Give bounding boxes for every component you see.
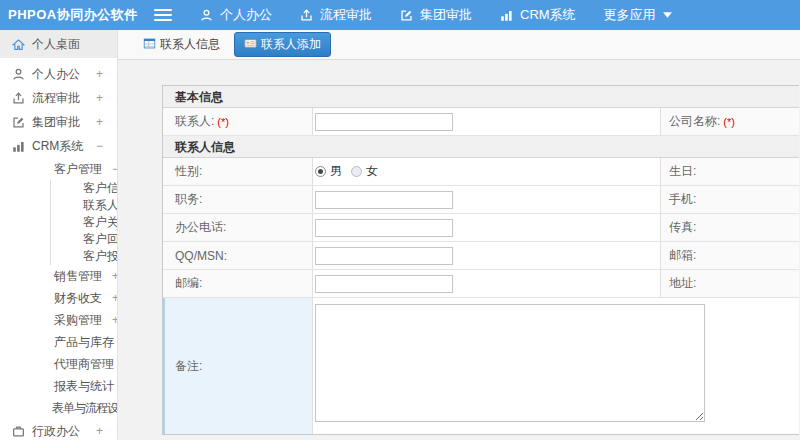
edit-icon: [12, 116, 25, 129]
tab-contact-info[interactable]: 联系人信息: [137, 33, 226, 56]
zip-code-input[interactable]: [315, 275, 453, 293]
form-row-zip: 邮编: 地址:: [163, 270, 799, 298]
radio-male[interactable]: [315, 166, 326, 177]
sidebar-item-label: 集团审批: [32, 114, 80, 131]
field-label: 性别:: [163, 158, 313, 185]
sidebar-item-admin-office[interactable]: 行政办公 +: [0, 419, 117, 440]
hamburger-menu-icon[interactable]: [154, 9, 172, 21]
sidebar-item-crm-system[interactable]: CRM系统 −: [0, 134, 117, 158]
sidebar-item-purchase-management[interactable]: 采购管理 +: [0, 309, 117, 331]
topmenu-label: 更多应用: [604, 6, 656, 24]
upload-icon: [300, 9, 313, 22]
remark-textarea[interactable]: [315, 304, 705, 422]
field-label: 手机:: [661, 186, 799, 213]
sidebar-item-process-approval[interactable]: 流程审批 +: [0, 86, 117, 110]
sidebar-item-agent-management[interactable]: 代理商管理 +: [0, 353, 117, 375]
field-cell: [313, 108, 661, 135]
field-label: 联系人: (*): [163, 108, 313, 135]
field-cell: 男 女: [313, 158, 661, 185]
form-row-qq-msn: QQ/MSN: 邮箱:: [163, 242, 799, 270]
section-header-contact-info: 联系人信息: [163, 136, 799, 158]
caret-down-icon: [663, 12, 672, 18]
form-row-remark: 备注:: [163, 298, 799, 434]
form-row-gender: 性别: 男 女 生日:: [163, 158, 799, 186]
field-label: QQ/MSN:: [163, 242, 313, 269]
position-input[interactable]: [315, 191, 453, 209]
sidebar-item-label: CRM系统: [32, 138, 83, 155]
sidebar-item-reports-statistics[interactable]: 报表与统计: [0, 375, 117, 397]
topmenu-label: 流程审批: [320, 6, 372, 24]
sidebar-item-label: 客户管理: [54, 161, 102, 178]
sidebar: 个人桌面 个人办公 + 流程审批 + 集团审批 + CRM系统 − 客户管理 −: [0, 30, 118, 440]
sidebar-item-group-approval[interactable]: 集团审批 +: [0, 110, 117, 134]
field-label: 职务:: [163, 186, 313, 213]
expand-toggle[interactable]: +: [96, 67, 105, 81]
topmenu-group-approval[interactable]: 集团审批: [400, 6, 472, 24]
radio-female-label: 女: [366, 163, 378, 180]
bar-chart-icon: [500, 9, 513, 22]
sidebar-item-personal-desktop[interactable]: 个人桌面: [0, 30, 117, 58]
topmenu-personal-office[interactable]: 个人办公: [200, 6, 272, 24]
tab-label: 联系人信息: [160, 36, 220, 53]
sidebar-item-form-flow-settings[interactable]: 表单与流程设置 +: [0, 397, 117, 419]
topmenu-process-approval[interactable]: 流程审批: [300, 6, 372, 24]
section-header-basic-info: 基本信息: [163, 86, 799, 108]
user-icon: [12, 68, 25, 81]
field-cell: [313, 186, 661, 213]
sidebar-item-products-inventory[interactable]: 产品与库存 +: [0, 331, 117, 353]
sidebar-item-label: 个人办公: [32, 66, 80, 83]
edit-icon: [400, 9, 413, 22]
office-phone-input[interactable]: [315, 219, 453, 237]
briefcase-icon: [12, 425, 25, 438]
field-cell: [313, 270, 661, 297]
sidebar-item-label: 代理商管理: [54, 356, 114, 373]
field-cell: [313, 214, 661, 241]
home-icon: [12, 38, 25, 51]
sidebar-item-label: 采购管理: [54, 312, 102, 329]
sidebar-item-label: 产品与库存: [54, 334, 114, 351]
expand-toggle[interactable]: +: [96, 115, 105, 129]
topmenu-more-apps[interactable]: 更多应用: [604, 6, 672, 24]
qq-msn-input[interactable]: [315, 247, 453, 265]
field-label: 生日:: [661, 158, 799, 185]
field-label: 邮箱:: [661, 242, 799, 269]
tab-contact-add[interactable]: 联系人添加: [234, 32, 331, 57]
sidebar-item-customer-care[interactable]: 客户关怀: [51, 214, 117, 231]
sidebar-item-finance[interactable]: 财务收支 +: [0, 287, 117, 309]
sidebar-item-label: 表单与流程设置: [52, 400, 118, 417]
customer-submenu: 客户信息 联系人 客户关怀 客户回访 客户投诉: [50, 180, 117, 265]
sidebar-item-label: 个人桌面: [32, 36, 80, 53]
sidebar-item-customer-complaint[interactable]: 客户投诉: [51, 248, 117, 265]
form-row-office-phone: 办公电话: 传真:: [163, 214, 799, 242]
contact-card-icon: [244, 37, 257, 53]
top-bar: PHPOA协同办公软件 个人办公 流程审批 集团审批 CRM系统 更多应用: [0, 0, 800, 30]
sidebar-item-customer-management[interactable]: 客户管理 −: [0, 158, 117, 180]
field-label: 地址:: [661, 270, 799, 297]
user-icon: [200, 9, 213, 22]
radio-male-label: 男: [330, 163, 342, 180]
topmenu-label: 集团审批: [420, 6, 472, 24]
expand-toggle[interactable]: +: [96, 424, 105, 438]
sidebar-item-contacts[interactable]: 联系人: [51, 197, 117, 214]
collapse-toggle[interactable]: −: [96, 139, 105, 153]
contact-name-input[interactable]: [315, 113, 453, 131]
sidebar-item-sales-management[interactable]: 销售管理 +: [0, 265, 117, 287]
app-logo: PHPOA协同办公软件: [0, 6, 148, 24]
sidebar-item-label: 行政办公: [32, 423, 80, 440]
expand-toggle[interactable]: +: [96, 91, 105, 105]
topmenu-crm-system[interactable]: CRM系统: [500, 6, 576, 24]
sidebar-item-label: 报表与统计: [54, 378, 114, 395]
sidebar-item-customer-revisit[interactable]: 客户回访: [51, 231, 117, 248]
topmenu-label: CRM系统: [520, 6, 576, 24]
required-marker: (*): [217, 116, 229, 128]
sidebar-item-label: 流程审批: [32, 90, 80, 107]
content-area: 联系人信息 联系人添加 基本信息 联系人: (*) 公司名称: (*): [118, 30, 800, 440]
sidebar-item-customer-info[interactable]: 客户信息: [51, 180, 117, 197]
field-cell: [313, 242, 661, 269]
top-menu: 个人办公 流程审批 集团审批 CRM系统 更多应用: [200, 6, 672, 24]
sidebar-item-personal-office[interactable]: 个人办公 +: [0, 62, 117, 86]
tab-bar: 联系人信息 联系人添加: [118, 30, 800, 60]
tab-label: 联系人添加: [261, 36, 321, 53]
form-row-position: 职务: 手机:: [163, 186, 799, 214]
radio-female[interactable]: [351, 166, 362, 177]
